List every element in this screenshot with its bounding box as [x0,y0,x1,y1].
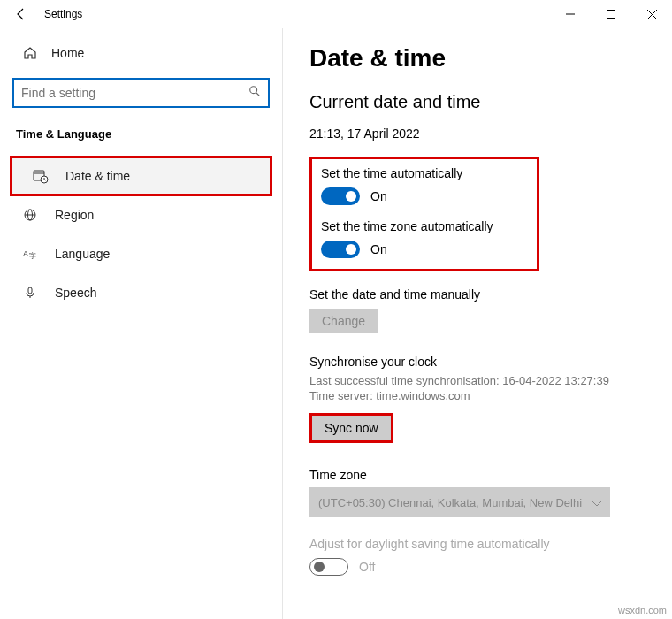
svg-point-4 [250,87,257,94]
globe-icon [21,208,39,222]
timezone-value: (UTC+05:30) Chennai, Kolkata, Mumbai, Ne… [318,496,582,509]
section-current: Current date and time [309,92,649,112]
close-button[interactable] [631,0,672,28]
setting-dst: Adjust for daylight saving time automati… [309,537,649,576]
calendar-clock-icon [32,168,50,184]
svg-text:字: 字 [29,252,36,260]
nav-speech[interactable]: Speech [0,273,282,312]
label-auto-tz: Set the time zone automatically [321,219,528,233]
nav-label: Date & time [65,169,130,183]
highlight-auto-settings: Set the time automatically On Set the ti… [309,157,539,271]
search-input[interactable] [21,86,248,100]
label-manual: Set the date and time manually [309,287,649,302]
language-icon: A字 [21,247,39,261]
label-dst: Adjust for daylight saving time automati… [309,537,649,551]
home-label: Home [51,46,84,60]
minimize-button[interactable] [550,0,591,28]
main-area: Home Time & Language Date & time Region [0,28,672,619]
nav-language[interactable]: A字 Language [0,234,282,273]
home-icon [21,46,39,60]
toggle-auto-time-state: On [370,189,387,203]
nav-label: Language [55,247,110,261]
timezone-select: (UTC+05:30) Chennai, Kolkata, Mumbai, Ne… [309,487,610,517]
window-controls [550,0,672,28]
tz-heading: Time zone [309,468,649,482]
setting-auto-time: Set the time automatically On [321,166,528,205]
category-label: Time & Language [0,127,282,157]
nav-date-time[interactable]: Date & time [11,157,271,195]
home-nav[interactable]: Home [0,46,282,76]
toggle-auto-tz[interactable] [321,241,360,258]
toggle-dst-state: Off [359,560,375,574]
highlight-date-time: Date & time [11,157,271,195]
svg-line-5 [256,93,260,96]
titlebar: Settings [0,0,672,28]
watermark: wsxdn.com [618,605,667,615]
svg-rect-1 [607,11,615,19]
toggle-dst [309,558,348,576]
chevron-down-icon [592,496,601,509]
setting-auto-tz: Set the time zone automatically On [321,219,528,258]
current-datetime: 21:13, 17 April 2022 [309,126,649,141]
back-button[interactable] [11,4,32,25]
search-icon [248,85,261,101]
content-pane: Date & time Current date and time 21:13,… [283,28,672,619]
microphone-icon [21,286,39,300]
sync-server: Time server: time.windows.com [309,389,649,402]
sync-heading: Synchronise your clock [309,355,649,369]
sync-last: Last successful time synchronisation: 16… [309,374,649,387]
svg-text:A: A [23,249,28,258]
app-title: Settings [44,8,82,20]
label-auto-time: Set the time automatically [321,166,528,180]
maximize-button[interactable] [591,0,631,28]
nav-label: Speech [55,286,96,300]
svg-rect-16 [28,287,32,294]
change-button: Change [309,309,378,333]
toggle-auto-time[interactable] [321,187,360,205]
sidebar: Home Time & Language Date & time Region [0,28,283,619]
sync-now-button[interactable]: Sync now [312,416,391,440]
nav-label: Region [55,208,94,222]
toggle-auto-tz-state: On [370,242,387,256]
page-heading: Date & time [309,44,649,73]
setting-manual: Set the date and time manually Change [309,287,649,333]
nav-region[interactable]: Region [0,195,282,234]
search-box[interactable] [12,78,270,108]
highlight-sync-now: Sync now [309,413,393,443]
